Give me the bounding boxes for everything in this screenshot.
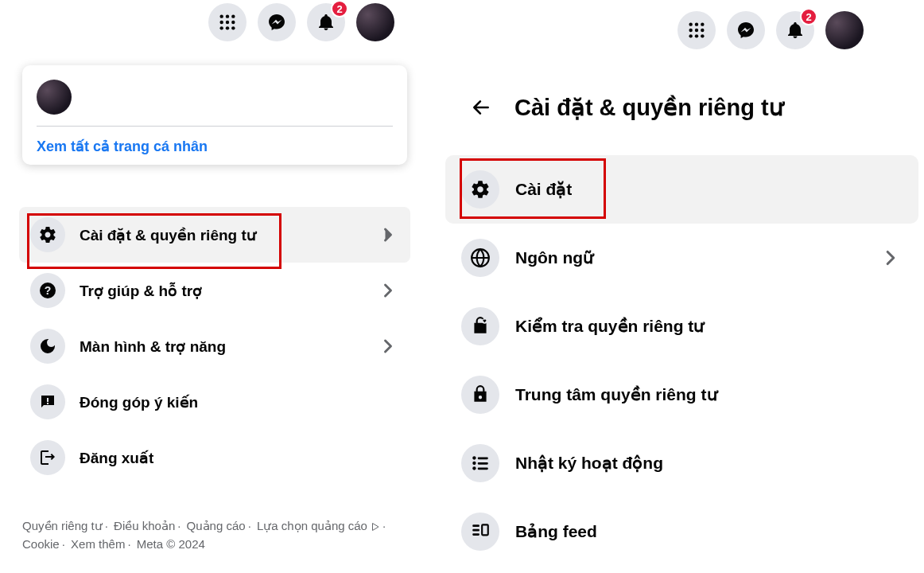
svg-rect-20: [47, 398, 49, 402]
svg-point-5: [231, 21, 235, 24]
messenger-button[interactable]: [727, 11, 765, 49]
footer-adchoices-link[interactable]: Lựa chọn quảng cáo: [257, 519, 367, 532]
menu-item-label: Trợ giúp & hỗ trợ: [80, 282, 363, 300]
bell-icon: [316, 13, 336, 32]
arrow-left-icon: [471, 97, 491, 118]
profile-card: Xem tất cả trang cá nhân: [22, 65, 407, 165]
bell-icon: [786, 21, 805, 40]
moon-icon: [30, 329, 65, 364]
messenger-button[interactable]: [258, 3, 296, 41]
menu-item-label: Màn hình & trợ năng: [80, 337, 363, 356]
feedback-icon: [30, 384, 65, 419]
svg-point-16: [695, 34, 698, 37]
messenger-icon: [736, 21, 755, 40]
settings-submenu: Cài đặt Ngôn ngữ Kiểm tra quyền riêng tư…: [445, 155, 918, 566]
svg-point-15: [689, 34, 692, 37]
menu-grid-button[interactable]: [677, 11, 716, 49]
chevron-right-icon: [879, 246, 903, 270]
see-all-profiles-link[interactable]: Xem tất cả trang cá nhân: [37, 138, 393, 155]
chevron-right-icon: [377, 224, 399, 246]
list-icon: [461, 444, 499, 482]
svg-rect-33: [482, 524, 488, 535]
notification-badge: 2: [331, 0, 348, 18]
top-nav-left: 2: [208, 3, 394, 41]
submenu-item-feed[interactable]: Bảng feed: [445, 497, 918, 566]
footer-links: Quyền riêng tư· Điều khoản· Quảng cáo· L…: [22, 517, 396, 553]
submenu-item-settings[interactable]: Cài đặt: [445, 155, 918, 224]
feed-icon: [461, 513, 499, 551]
svg-rect-29: [478, 467, 488, 470]
submenu-item-label: Ngôn ngữ: [515, 248, 863, 267]
messenger-icon: [267, 13, 286, 32]
menu-item-logout[interactable]: Đăng xuất: [19, 430, 410, 485]
notifications-button[interactable]: 2: [776, 11, 814, 49]
submenu-item-language[interactable]: Ngôn ngữ: [445, 224, 918, 292]
svg-point-11: [701, 22, 704, 25]
menu-item-feedback[interactable]: Đóng góp ý kiến: [19, 374, 410, 430]
footer-ads-link[interactable]: Quảng cáo: [187, 519, 246, 532]
submenu-item-privacy-center[interactable]: Trung tâm quyền riêng tư: [445, 361, 918, 429]
profile-avatar-button[interactable]: [356, 3, 394, 41]
menu-item-settings-privacy[interactable]: Cài đặt & quyền riêng tư: [19, 207, 410, 263]
submenu-item-label: Bảng feed: [515, 522, 903, 541]
svg-rect-30: [472, 524, 479, 527]
svg-point-0: [219, 14, 223, 18]
menu-item-label: Cài đặt & quyền riêng tư: [80, 226, 363, 244]
menu-grid-button[interactable]: [208, 3, 247, 41]
menu-item-display-accessibility[interactable]: Màn hình & trợ năng: [19, 318, 410, 374]
svg-text:?: ?: [45, 284, 52, 297]
svg-rect-28: [478, 462, 488, 465]
svg-point-25: [472, 462, 476, 465]
svg-rect-31: [472, 529, 479, 532]
settings-header: Cài đặt & quyền riêng tư: [465, 92, 783, 123]
submenu-item-label: Kiểm tra quyền riêng tư: [515, 317, 903, 336]
submenu-item-activity-log[interactable]: Nhật ký hoạt động: [445, 429, 918, 497]
svg-rect-27: [478, 457, 488, 459]
question-icon: ?: [30, 273, 65, 308]
svg-point-24: [472, 456, 476, 459]
lock-icon: [461, 376, 499, 414]
notification-badge: 2: [800, 8, 817, 25]
svg-rect-21: [47, 403, 49, 404]
submenu-item-privacy-checkup[interactable]: Kiểm tra quyền riêng tư: [445, 292, 918, 361]
menu-item-label: Đóng góp ý kiến: [80, 393, 399, 411]
top-nav-right: 2: [677, 11, 864, 49]
svg-point-8: [231, 26, 235, 29]
svg-point-13: [695, 29, 698, 32]
svg-point-26: [472, 466, 476, 470]
profile-avatar-small[interactable]: [37, 80, 72, 115]
grid-icon: [219, 14, 236, 31]
gear-icon: [461, 170, 499, 209]
grid-icon: [688, 21, 705, 39]
svg-point-4: [226, 21, 229, 24]
back-button[interactable]: [465, 92, 497, 123]
submenu-item-label: Trung tâm quyền riêng tư: [515, 385, 903, 404]
svg-point-14: [701, 29, 704, 32]
footer-terms-link[interactable]: Điều khoản: [114, 519, 175, 532]
settings-title: Cài đặt & quyền riêng tư: [514, 94, 783, 121]
svg-point-10: [695, 22, 698, 25]
footer-meta-text: Meta © 2024: [137, 537, 205, 551]
submenu-item-label: Nhật ký hoạt động: [515, 454, 903, 473]
menu-item-label: Đăng xuất: [80, 449, 399, 467]
svg-point-2: [231, 14, 235, 18]
notifications-button[interactable]: 2: [307, 3, 345, 41]
account-menu: Cài đặt & quyền riêng tư ? Trợ giúp & hỗ…: [19, 207, 410, 485]
svg-rect-32: [472, 533, 479, 536]
svg-point-12: [689, 29, 692, 32]
chevron-right-icon: [377, 335, 399, 357]
footer-more-link[interactable]: Xem thêm: [71, 537, 125, 551]
svg-point-3: [219, 21, 223, 24]
svg-point-17: [701, 34, 704, 37]
globe-icon: [461, 239, 499, 277]
footer-privacy-link[interactable]: Quyền riêng tư: [22, 519, 103, 532]
lock-heart-icon: [461, 307, 499, 345]
menu-item-help-support[interactable]: ? Trợ giúp & hỗ trợ: [19, 263, 410, 318]
svg-point-6: [219, 26, 223, 29]
chevron-right-icon: [377, 279, 399, 302]
logout-icon: [30, 440, 65, 475]
adchoices-icon: [371, 522, 380, 532]
profile-avatar-button[interactable]: [825, 11, 864, 49]
footer-cookie-link[interactable]: Cookie: [22, 537, 60, 551]
divider: [37, 126, 393, 127]
